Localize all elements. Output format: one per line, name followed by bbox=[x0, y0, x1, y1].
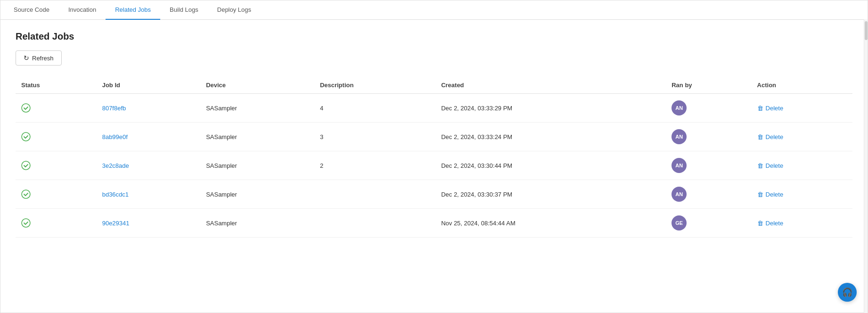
col-job-id: Job Id bbox=[97, 77, 200, 94]
col-device: Device bbox=[200, 77, 314, 94]
status-cell bbox=[16, 180, 97, 209]
jobs-table-wrapper: Status Job Id Device Description Created… bbox=[16, 77, 852, 238]
jobs-table: Status Job Id Device Description Created… bbox=[16, 77, 852, 238]
description-cell: 4 bbox=[314, 94, 435, 123]
tab-invocation[interactable]: Invocation bbox=[59, 0, 106, 20]
table-row: 807f8efbSASampler4Dec 2, 2024, 03:33:29 … bbox=[16, 94, 852, 123]
col-description: Description bbox=[314, 77, 435, 94]
table-row: 8ab99e0fSASampler3Dec 2, 2024, 03:33:24 … bbox=[16, 123, 852, 151]
job-id-link[interactable]: 807f8efb bbox=[102, 105, 126, 112]
ran-by-cell: AN bbox=[666, 123, 751, 151]
action-cell: 🗑Delete bbox=[752, 123, 852, 151]
trash-icon: 🗑 bbox=[757, 105, 763, 112]
ran-by-cell: AN bbox=[666, 151, 751, 180]
refresh-icon: ↻ bbox=[24, 54, 29, 62]
device-cell: SASampler bbox=[200, 123, 314, 151]
action-cell: 🗑Delete bbox=[752, 151, 852, 180]
action-cell: 🗑Delete bbox=[752, 94, 852, 123]
job-id-link[interactable]: 3e2c8ade bbox=[102, 162, 129, 169]
job-id-link[interactable]: bd36cdc1 bbox=[102, 191, 129, 198]
success-icon bbox=[21, 132, 91, 141]
status-cell bbox=[16, 94, 97, 123]
job-id-link[interactable]: 8ab99e0f bbox=[102, 133, 128, 140]
job-id-cell: 807f8efb bbox=[97, 94, 200, 123]
device-cell: SASampler bbox=[200, 151, 314, 180]
avatar: AN bbox=[671, 129, 687, 144]
status-cell bbox=[16, 209, 97, 238]
description-cell bbox=[314, 209, 435, 238]
trash-icon: 🗑 bbox=[757, 133, 763, 140]
tab-deploy-logs[interactable]: Deploy Logs bbox=[208, 0, 261, 20]
tab-related-jobs[interactable]: Related Jobs bbox=[106, 0, 160, 20]
created-cell: Dec 2, 2024, 03:33:29 PM bbox=[435, 94, 666, 123]
main-container: Source Code Invocation Related Jobs Buil… bbox=[0, 0, 868, 313]
ran-by-cell: AN bbox=[666, 94, 751, 123]
col-action: Action bbox=[752, 77, 852, 94]
delete-label: Delete bbox=[766, 105, 784, 112]
avatar: AN bbox=[671, 100, 687, 115]
job-id-cell: 8ab99e0f bbox=[97, 123, 200, 151]
job-id-cell: bd36cdc1 bbox=[97, 180, 200, 209]
job-id-cell: 3e2c8ade bbox=[97, 151, 200, 180]
description-cell: 3 bbox=[314, 123, 435, 151]
status-cell bbox=[16, 123, 97, 151]
created-cell: Dec 2, 2024, 03:30:37 PM bbox=[435, 180, 666, 209]
created-cell: Dec 2, 2024, 03:33:24 PM bbox=[435, 123, 666, 151]
tab-build-logs[interactable]: Build Logs bbox=[160, 0, 208, 20]
trash-icon: 🗑 bbox=[757, 162, 763, 169]
refresh-button[interactable]: ↻ Refresh bbox=[16, 50, 62, 66]
tab-source-code[interactable]: Source Code bbox=[4, 0, 59, 20]
avatar: AN bbox=[671, 158, 687, 173]
svg-point-2 bbox=[22, 161, 30, 170]
refresh-label: Refresh bbox=[32, 55, 54, 62]
trash-icon: 🗑 bbox=[757, 191, 763, 198]
col-status: Status bbox=[16, 77, 97, 94]
success-icon bbox=[21, 161, 91, 170]
scroll-thumb bbox=[865, 21, 868, 40]
created-cell: Nov 25, 2024, 08:54:44 AM bbox=[435, 209, 666, 238]
delete-button[interactable]: 🗑Delete bbox=[757, 162, 784, 169]
delete-label: Delete bbox=[766, 191, 784, 198]
device-cell: SASampler bbox=[200, 180, 314, 209]
device-cell: SASampler bbox=[200, 209, 314, 238]
table-header-row: Status Job Id Device Description Created… bbox=[16, 77, 852, 94]
delete-label: Delete bbox=[766, 162, 784, 169]
job-id-link[interactable]: 90e29341 bbox=[102, 220, 130, 227]
table-row: 3e2c8adeSASampler2Dec 2, 2024, 03:30:44 … bbox=[16, 151, 852, 180]
table-row: 90e29341SASamplerNov 25, 2024, 08:54:44 … bbox=[16, 209, 852, 238]
svg-point-4 bbox=[22, 219, 30, 227]
ran-by-cell: GE bbox=[666, 209, 751, 238]
delete-button[interactable]: 🗑Delete bbox=[757, 133, 784, 140]
help-button[interactable]: 🎧 bbox=[838, 283, 857, 302]
delete-label: Delete bbox=[766, 133, 784, 140]
description-cell bbox=[314, 180, 435, 209]
svg-point-3 bbox=[22, 190, 30, 198]
delete-label: Delete bbox=[766, 220, 784, 227]
job-id-cell: 90e29341 bbox=[97, 209, 200, 238]
delete-button[interactable]: 🗑Delete bbox=[757, 191, 784, 198]
svg-point-0 bbox=[22, 104, 30, 112]
ran-by-cell: AN bbox=[666, 180, 751, 209]
status-cell bbox=[16, 151, 97, 180]
page-title: Related Jobs bbox=[16, 31, 852, 42]
content-area: Related Jobs ↻ Refresh Status Job Id Dev… bbox=[0, 20, 868, 249]
scrollbar[interactable] bbox=[864, 19, 868, 313]
headphones-icon: 🎧 bbox=[842, 287, 852, 297]
device-cell: SASampler bbox=[200, 94, 314, 123]
tabs-bar: Source Code Invocation Related Jobs Buil… bbox=[0, 0, 868, 20]
delete-button[interactable]: 🗑Delete bbox=[757, 105, 784, 112]
description-cell: 2 bbox=[314, 151, 435, 180]
created-cell: Dec 2, 2024, 03:30:44 PM bbox=[435, 151, 666, 180]
svg-point-1 bbox=[22, 132, 30, 141]
success-icon bbox=[21, 103, 91, 113]
success-icon bbox=[21, 218, 91, 228]
col-created: Created bbox=[435, 77, 666, 94]
action-cell: 🗑Delete bbox=[752, 209, 852, 238]
trash-icon: 🗑 bbox=[757, 220, 763, 227]
col-ran-by: Ran by bbox=[666, 77, 751, 94]
table-row: bd36cdc1SASamplerDec 2, 2024, 03:30:37 P… bbox=[16, 180, 852, 209]
avatar: GE bbox=[671, 215, 687, 231]
delete-button[interactable]: 🗑Delete bbox=[757, 220, 784, 227]
action-cell: 🗑Delete bbox=[752, 180, 852, 209]
avatar: AN bbox=[671, 187, 687, 202]
